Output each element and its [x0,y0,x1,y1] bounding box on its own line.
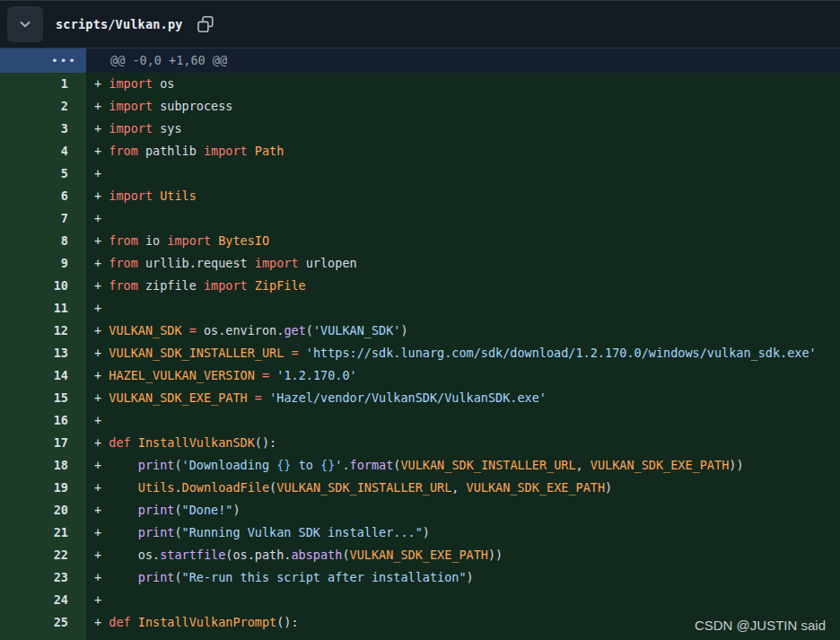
diff-line: 10+ from zipfile import ZipFile [0,275,840,297]
code-text: + [94,413,109,427]
line-number[interactable]: 1 [0,73,86,95]
code-line: + from urllib.request import urlopen [86,252,840,275]
file-path[interactable]: scripts/Vulkan.py [56,17,183,31]
diff-add-marker: + [94,615,109,629]
code-text: + [94,166,109,180]
diff-line: 24+ [0,589,840,611]
diff-add-marker: + [94,188,109,203]
collapse-file-button[interactable] [7,6,43,42]
diff-add-marker: + [94,480,109,495]
code-text: + os.startfile(os.path.abspath(VULKAN_SD… [94,548,503,562]
line-number[interactable]: 10 [0,275,86,297]
diff-add-marker: + [94,390,109,405]
diff-add-marker: + [94,323,109,338]
diff-add-marker: + [94,435,109,450]
line-number[interactable]: 19 [0,477,86,499]
code-line: + import os [86,73,840,95]
code-text: + VULKAN_SDK = os.environ.get('VULKAN_SD… [94,323,408,338]
diff-line: 16+ [0,409,840,432]
line-number[interactable]: 12 [0,320,86,342]
copy-path-button[interactable] [195,13,216,35]
line-number[interactable]: 5 [0,162,86,185]
line-number[interactable]: 21 [0,522,86,544]
diff-line: 14+ HAZEL_VULKAN_VERSION = '1.2.170.0' [0,364,840,387]
diff-add-marker: + [94,346,109,360]
code-line: + import sys [86,118,840,140]
code-text: + [94,301,109,315]
code-text: + from zipfile import ZipFile [94,278,306,293]
line-number[interactable]: 14 [0,364,86,387]
copy-icon [197,15,214,33]
code-line: + print("Running Vulkan SDK installer...… [86,522,840,544]
diff-line: 7+ [0,207,840,230]
line-number[interactable]: 22 [0,544,86,566]
diff-add-marker: + [94,76,109,91]
diff-line: 22+ os.startfile(os.path.abspath(VULKAN_… [0,544,840,566]
diff-content: 1+ import os2+ import subprocess3+ impor… [0,73,840,640]
diff-line: 15+ VULKAN_SDK_EXE_PATH = 'Hazel/vendor/… [0,387,840,409]
code-line: + from zipfile import ZipFile [86,275,840,297]
code-line: + [86,207,840,230]
code-line: + print('Downloading {} to {}'.format(VU… [86,454,840,477]
diff-add-marker: + [94,413,109,427]
code-line: + Utils.DownloadFile(VULKAN_SDK_INSTALLE… [86,477,840,499]
diff-line: 17+ def InstallVulkanSDK(): [0,432,840,454]
line-number[interactable]: 15 [0,387,86,409]
code-line: + def InstallVulkanPrompt(): [86,611,840,634]
code-line: + [86,589,840,611]
diff-add-marker: + [94,211,109,225]
code-text: + import subprocess [94,99,232,113]
line-number[interactable]: 13 [0,342,86,364]
diff-line: 1+ import os [0,73,840,95]
code-text: + from io import BytesIO [94,233,269,248]
line-number[interactable]: 20 [0,499,86,522]
line-number[interactable]: 9 [0,252,86,275]
diff-add-marker: + [94,166,109,180]
line-number[interactable]: 3 [0,118,86,140]
line-number[interactable]: 4 [0,140,86,162]
diff-line: 8+ from io import BytesIO [0,230,840,252]
file-header: scripts/Vulkan.py [0,1,840,48]
line-number[interactable]: 17 [0,432,86,454]
diff-line: 19+ Utils.DownloadFile(VULKAN_SDK_INSTAL… [0,477,840,499]
diff-line: 11+ [0,297,840,320]
diff-add-marker: + [94,144,109,158]
diff-line: 23+ print("Re-run this script after inst… [0,566,840,589]
diff-line: 13+ VULKAN_SDK_INSTALLER_URL = 'https://… [0,342,840,364]
code-text: + VULKAN_SDK_EXE_PATH = 'Hazel/vendor/Vu… [94,390,547,405]
diff-line: 20+ print("Done!") [0,499,840,522]
code-line: + [86,162,840,185]
code-text: + import os [94,76,174,91]
line-number[interactable]: 24 [0,589,86,611]
line-number[interactable]: 18 [0,454,86,477]
code-line: + HAZEL_VULKAN_VERSION = '1.2.170.0' [86,364,840,387]
code-line: + print("Done!") [86,499,840,522]
line-number[interactable]: 11 [0,297,86,320]
line-number[interactable]: 25 [0,611,86,634]
expand-hunk-button[interactable]: ••• [0,48,86,73]
diff-add-marker: + [94,548,109,562]
diff-add-marker: + [94,525,109,539]
code-line: + [86,297,840,320]
diff-add-marker: + [94,570,109,584]
diff-line: 25+ def InstallVulkanPrompt(): [0,611,840,634]
line-number[interactable]: 16 [0,409,86,432]
code-text: + print('Downloading {} to {}'.format(VU… [94,458,744,472]
line-number[interactable]: 7 [0,207,86,230]
code-text: + import Utils [94,188,197,203]
code-text: + def InstallVulkanPrompt(): [94,615,299,629]
code-line: + def InstallVulkanSDK(): [86,432,840,454]
code-text: + [94,592,109,607]
diff-add-marker: + [94,99,109,113]
code-text: + print("Done!") [94,503,241,517]
line-number[interactable]: 6 [0,185,86,207]
diff-line: 5+ [0,162,840,185]
code-text: + from pathlib import Path [94,144,284,158]
line-number[interactable]: 2 [0,95,86,118]
line-number[interactable]: 23 [0,566,86,589]
line-number[interactable]: 8 [0,230,86,252]
diff-line: 12+ VULKAN_SDK = os.environ.get('VULKAN_… [0,320,840,342]
code-line: + from io import BytesIO [86,230,840,252]
diff-add-marker: + [94,301,109,315]
diff-line: 21+ print("Running Vulkan SDK installer.… [0,522,840,544]
